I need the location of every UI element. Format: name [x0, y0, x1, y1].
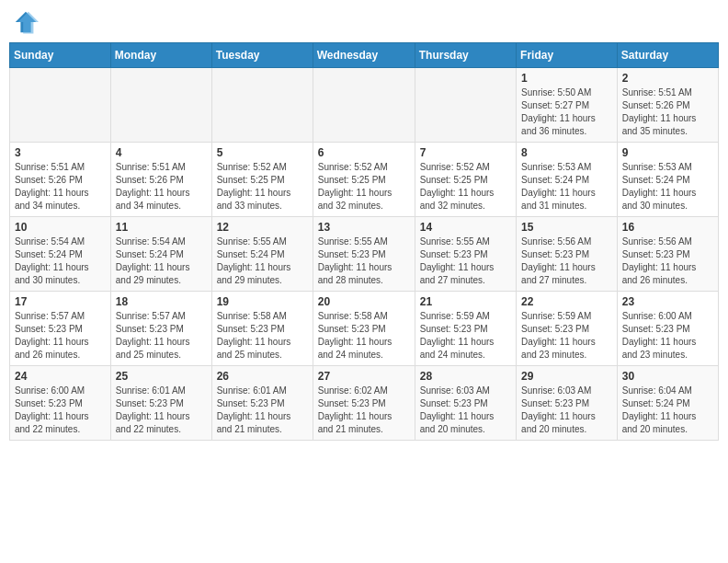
weekday-header-monday: Monday	[110, 43, 211, 68]
calendar-cell: 13Sunrise: 5:55 AM Sunset: 5:23 PM Dayli…	[313, 217, 415, 292]
calendar-cell: 14Sunrise: 5:55 AM Sunset: 5:23 PM Dayli…	[415, 217, 516, 292]
calendar-cell: 6Sunrise: 5:52 AM Sunset: 5:25 PM Daylig…	[313, 143, 415, 217]
day-info: Sunrise: 6:01 AM Sunset: 5:23 PM Dayligh…	[217, 385, 308, 436]
day-info: Sunrise: 5:57 AM Sunset: 5:23 PM Dayligh…	[116, 310, 207, 362]
calendar-week-2: 3Sunrise: 5:51 AM Sunset: 5:26 PM Daylig…	[10, 143, 719, 217]
weekday-header-row: SundayMondayTuesdayWednesdayThursdayFrid…	[10, 43, 719, 68]
day-info: Sunrise: 5:56 AM Sunset: 5:23 PM Dayligh…	[521, 236, 612, 287]
day-number: 17	[15, 295, 106, 308]
calendar-cell: 30Sunrise: 6:04 AM Sunset: 5:24 PM Dayli…	[617, 366, 718, 441]
calendar-cell: 12Sunrise: 5:55 AM Sunset: 5:24 PM Dayli…	[211, 217, 313, 292]
day-number: 7	[420, 146, 511, 159]
calendar-cell	[313, 68, 415, 143]
header	[9, 9, 719, 35]
day-info: Sunrise: 5:53 AM Sunset: 5:24 PM Dayligh…	[622, 161, 713, 213]
day-info: Sunrise: 6:01 AM Sunset: 5:23 PM Dayligh…	[116, 385, 207, 436]
calendar-cell: 27Sunrise: 6:02 AM Sunset: 5:23 PM Dayli…	[313, 366, 415, 441]
calendar-cell: 17Sunrise: 5:57 AM Sunset: 5:23 PM Dayli…	[10, 292, 111, 366]
calendar-cell: 1Sunrise: 5:50 AM Sunset: 5:27 PM Daylig…	[517, 68, 618, 143]
calendar-cell: 11Sunrise: 5:54 AM Sunset: 5:24 PM Dayli…	[110, 217, 211, 292]
day-number: 2	[622, 72, 713, 85]
day-number: 5	[217, 146, 308, 159]
calendar-cell	[10, 68, 111, 143]
calendar-cell: 25Sunrise: 6:01 AM Sunset: 5:23 PM Dayli…	[110, 366, 211, 441]
calendar-cell: 15Sunrise: 5:56 AM Sunset: 5:23 PM Dayli…	[517, 217, 618, 292]
day-number: 6	[318, 146, 410, 159]
calendar-cell: 21Sunrise: 5:59 AM Sunset: 5:23 PM Dayli…	[415, 292, 516, 366]
calendar-week-5: 24Sunrise: 6:00 AM Sunset: 5:23 PM Dayli…	[10, 366, 719, 441]
day-info: Sunrise: 5:54 AM Sunset: 5:24 PM Dayligh…	[116, 236, 207, 287]
day-info: Sunrise: 5:59 AM Sunset: 5:23 PM Dayligh…	[521, 310, 612, 362]
calendar-cell	[211, 68, 313, 143]
day-number: 30	[622, 370, 713, 383]
day-number: 19	[217, 295, 308, 308]
calendar-cell: 5Sunrise: 5:52 AM Sunset: 5:25 PM Daylig…	[211, 143, 313, 217]
calendar-cell: 29Sunrise: 6:03 AM Sunset: 5:23 PM Dayli…	[517, 366, 618, 441]
calendar-cell: 26Sunrise: 6:01 AM Sunset: 5:23 PM Dayli…	[211, 366, 313, 441]
day-number: 22	[521, 295, 612, 308]
day-number: 24	[15, 370, 106, 383]
weekday-header-friday: Friday	[517, 43, 618, 68]
calendar-cell: 4Sunrise: 5:51 AM Sunset: 5:26 PM Daylig…	[110, 143, 211, 217]
day-number: 25	[116, 370, 207, 383]
day-info: Sunrise: 5:53 AM Sunset: 5:24 PM Dayligh…	[521, 161, 612, 213]
calendar-cell: 28Sunrise: 6:03 AM Sunset: 5:23 PM Dayli…	[415, 366, 516, 441]
day-info: Sunrise: 5:51 AM Sunset: 5:26 PM Dayligh…	[116, 161, 207, 213]
day-info: Sunrise: 5:58 AM Sunset: 5:23 PM Dayligh…	[318, 310, 410, 362]
day-info: Sunrise: 5:57 AM Sunset: 5:23 PM Dayligh…	[15, 310, 106, 362]
calendar-cell: 18Sunrise: 5:57 AM Sunset: 5:23 PM Dayli…	[110, 292, 211, 366]
calendar-week-4: 17Sunrise: 5:57 AM Sunset: 5:23 PM Dayli…	[10, 292, 719, 366]
calendar-cell: 10Sunrise: 5:54 AM Sunset: 5:24 PM Dayli…	[10, 217, 111, 292]
weekday-header-saturday: Saturday	[617, 43, 718, 68]
calendar-cell: 20Sunrise: 5:58 AM Sunset: 5:23 PM Dayli…	[313, 292, 415, 366]
day-number: 13	[318, 221, 410, 234]
calendar-cell	[110, 68, 211, 143]
calendar-table: SundayMondayTuesdayWednesdayThursdayFrid…	[9, 42, 719, 441]
calendar-cell: 23Sunrise: 6:00 AM Sunset: 5:23 PM Dayli…	[617, 292, 718, 366]
day-info: Sunrise: 5:52 AM Sunset: 5:25 PM Dayligh…	[420, 161, 511, 213]
calendar-cell: 24Sunrise: 6:00 AM Sunset: 5:23 PM Dayli…	[10, 366, 111, 441]
day-number: 9	[622, 146, 713, 159]
calendar-cell: 2Sunrise: 5:51 AM Sunset: 5:26 PM Daylig…	[617, 68, 718, 143]
day-info: Sunrise: 5:51 AM Sunset: 5:26 PM Dayligh…	[622, 86, 713, 138]
day-info: Sunrise: 5:55 AM Sunset: 5:23 PM Dayligh…	[420, 236, 511, 287]
logo-icon	[13, 9, 39, 35]
day-info: Sunrise: 5:54 AM Sunset: 5:24 PM Dayligh…	[15, 236, 106, 287]
day-number: 26	[217, 370, 308, 383]
day-number: 14	[420, 221, 511, 234]
day-number: 4	[116, 146, 207, 159]
weekday-header-wednesday: Wednesday	[313, 43, 415, 68]
day-info: Sunrise: 5:51 AM Sunset: 5:26 PM Dayligh…	[15, 161, 106, 213]
day-info: Sunrise: 5:58 AM Sunset: 5:23 PM Dayligh…	[217, 310, 308, 362]
calendar-week-1: 1Sunrise: 5:50 AM Sunset: 5:27 PM Daylig…	[10, 68, 719, 143]
day-info: Sunrise: 5:55 AM Sunset: 5:23 PM Dayligh…	[318, 236, 410, 287]
day-info: Sunrise: 6:03 AM Sunset: 5:23 PM Dayligh…	[420, 385, 511, 436]
day-number: 15	[521, 221, 612, 234]
day-number: 10	[15, 221, 106, 234]
calendar-cell	[415, 68, 516, 143]
day-number: 28	[420, 370, 511, 383]
day-info: Sunrise: 6:04 AM Sunset: 5:24 PM Dayligh…	[622, 385, 713, 436]
day-number: 20	[318, 295, 410, 308]
day-info: Sunrise: 6:03 AM Sunset: 5:23 PM Dayligh…	[521, 385, 612, 436]
day-number: 1	[521, 72, 612, 85]
weekday-header-thursday: Thursday	[415, 43, 516, 68]
day-info: Sunrise: 5:52 AM Sunset: 5:25 PM Dayligh…	[217, 161, 308, 213]
day-info: Sunrise: 5:59 AM Sunset: 5:23 PM Dayligh…	[420, 310, 511, 362]
calendar-cell: 7Sunrise: 5:52 AM Sunset: 5:25 PM Daylig…	[415, 143, 516, 217]
day-number: 11	[116, 221, 207, 234]
day-info: Sunrise: 6:02 AM Sunset: 5:23 PM Dayligh…	[318, 385, 410, 436]
day-info: Sunrise: 6:00 AM Sunset: 5:23 PM Dayligh…	[622, 310, 713, 362]
day-number: 27	[318, 370, 410, 383]
day-number: 21	[420, 295, 511, 308]
calendar-week-3: 10Sunrise: 5:54 AM Sunset: 5:24 PM Dayli…	[10, 217, 719, 292]
day-info: Sunrise: 6:00 AM Sunset: 5:23 PM Dayligh…	[15, 385, 106, 436]
calendar-cell: 16Sunrise: 5:56 AM Sunset: 5:23 PM Dayli…	[617, 217, 718, 292]
weekday-header-sunday: Sunday	[10, 43, 111, 68]
day-info: Sunrise: 5:50 AM Sunset: 5:27 PM Dayligh…	[521, 86, 612, 138]
day-info: Sunrise: 5:55 AM Sunset: 5:24 PM Dayligh…	[217, 236, 308, 287]
day-number: 23	[622, 295, 713, 308]
calendar-cell: 3Sunrise: 5:51 AM Sunset: 5:26 PM Daylig…	[10, 143, 111, 217]
day-info: Sunrise: 5:56 AM Sunset: 5:23 PM Dayligh…	[622, 236, 713, 287]
logo	[13, 9, 42, 35]
